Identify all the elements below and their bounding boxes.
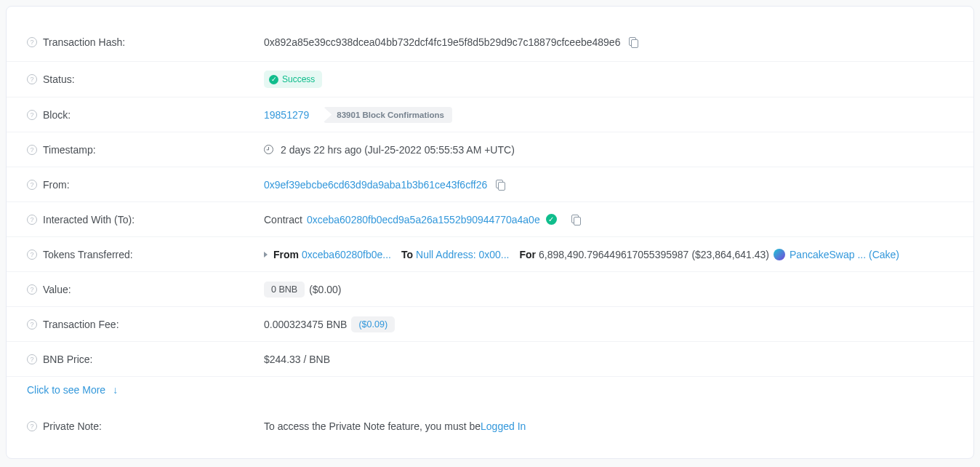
help-icon[interactable]: ? [27,180,37,190]
see-more-link[interactable]: Click to see More ↓ [27,384,118,396]
row-to: ? Interacted With (To): Contract 0xceba6… [7,202,973,237]
token-logo-icon [774,249,785,260]
help-icon[interactable]: ? [27,284,37,295]
clock-icon [264,145,273,154]
help-icon[interactable]: ? [27,37,37,47]
transfer-for-label: For [519,249,536,260]
timestamp-value: 2 days 22 hrs ago (Jul-25-2022 05:55:53 … [281,144,515,156]
label-value: Value: [43,284,71,295]
label-status: Status: [43,73,75,85]
transfer-from-addr[interactable]: 0xceba60280fb0e... [302,249,391,260]
label-tx-hash: Transaction Hash: [43,36,125,48]
copy-icon[interactable] [496,180,506,190]
row-timestamp: ? Timestamp: 2 days 22 hrs ago (Jul-25-2… [7,132,973,167]
help-icon[interactable]: ? [27,250,37,260]
see-more-text: Click to see More [27,384,105,396]
login-link[interactable]: Logged In [481,420,526,432]
help-icon[interactable]: ? [27,421,37,431]
fee-bnb: 0.000323475 BNB [264,319,347,330]
verified-icon: ✓ [546,214,557,225]
help-icon[interactable]: ? [27,319,37,330]
row-more: Click to see More ↓ [7,377,973,409]
label-fee: Transaction Fee: [43,319,119,330]
token-link[interactable]: PancakeSwap ... (Cake) [790,249,899,260]
label-note: Private Note: [43,420,102,432]
caret-right-icon [264,252,268,258]
note-prefix: To access the Private Note feature, you … [264,420,481,432]
status-badge: ✓ Success [264,71,322,88]
row-price: ? BNB Price: $244.33 / BNB [7,342,973,377]
transfer-usd: ($23,864,641.43) [691,249,769,260]
fee-usd-pill[interactable]: ($0.09) [351,316,395,332]
value-usd: ($0.00) [309,284,341,295]
row-status: ? Status: ✓ Success [7,62,973,97]
copy-icon[interactable] [629,37,639,47]
row-tx-hash: ? Transaction Hash: 0x892a85e39cc938dcea… [7,27,973,62]
tx-card: ? Transaction Hash: 0x892a85e39cc938dcea… [6,6,974,459]
status-text: Success [282,74,315,84]
help-icon[interactable]: ? [27,74,37,84]
row-value: ? Value: 0 BNB ($0.00) [7,272,973,307]
help-icon[interactable]: ? [27,110,37,120]
label-block: Block: [43,109,71,121]
row-fee: ? Transaction Fee: 0.000323475 BNB ($0.0… [7,307,973,342]
check-icon: ✓ [269,75,278,84]
copy-icon[interactable] [571,215,582,225]
arrow-down-icon: ↓ [113,384,118,396]
help-icon[interactable]: ? [27,145,37,155]
label-from: From: [43,179,70,191]
transfer-to-label: To [401,249,413,260]
label-timestamp: Timestamp: [43,144,96,156]
transfer-to-addr[interactable]: Null Address: 0x00... [416,249,509,260]
help-icon[interactable]: ? [27,215,37,225]
to-prefix: Contract [264,214,302,225]
confirmations-badge: 83901 Block Confirmations [324,107,452,123]
tx-hash-value: 0x892a85e39cc938dcea04bb732dcf4fc19e5f8d… [264,36,620,48]
block-link[interactable]: 19851279 [264,109,309,121]
transfer-from-label: From [273,249,299,260]
transfer-amount: 6,898,490.796449617055395987 [539,249,688,260]
row-from: ? From: 0x9ef39ebcbe6cd63d9da9aba1b3b61c… [7,167,973,202]
label-price: BNB Price: [43,354,92,365]
label-to: Interacted With (To): [43,214,134,225]
label-tokens: Tokens Transferred: [43,249,133,260]
from-address-link[interactable]: 0x9ef39ebcbe6cd63d9da9aba1b3b61ce43f6cff… [264,179,487,191]
row-block: ? Block: 19851279 83901 Block Confirmati… [7,97,973,132]
row-note: ? Private Note: To access the Private No… [7,409,973,444]
row-tokens: ? Tokens Transferred: From 0xceba60280fb… [7,237,973,272]
to-address-link[interactable]: 0xceba60280fb0ecd9a5a26a1552b90944770a4a… [307,214,540,225]
help-icon[interactable]: ? [27,354,37,364]
value-pill: 0 BNB [264,282,305,298]
bnb-price-value: $244.33 / BNB [264,354,330,365]
